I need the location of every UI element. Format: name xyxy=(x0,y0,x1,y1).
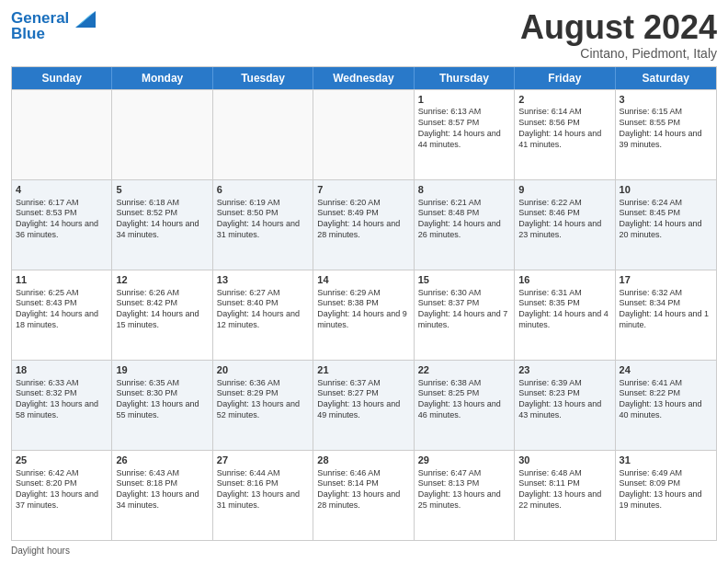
calendar-cell-empty xyxy=(12,90,112,179)
calendar-cell-day-1: 1Sunrise: 6:13 AM Sunset: 8:57 PM Daylig… xyxy=(415,90,515,179)
day-number: 26 xyxy=(116,454,208,467)
day-number: 18 xyxy=(16,363,108,377)
calendar-cell-day-14: 14Sunrise: 6:29 AM Sunset: 8:38 PM Dayli… xyxy=(313,270,414,360)
footer-text: Daylight hours xyxy=(11,546,70,556)
day-info: Sunrise: 6:20 AM Sunset: 8:49 PM Dayligh… xyxy=(317,198,409,241)
day-number: 12 xyxy=(116,273,208,287)
day-number: 7 xyxy=(317,183,409,197)
day-info: Sunrise: 6:36 AM Sunset: 8:29 PM Dayligh… xyxy=(217,378,309,421)
calendar-cell-empty xyxy=(213,90,313,179)
calendar-cell-day-3: 3Sunrise: 6:15 AM Sunset: 8:55 PM Daylig… xyxy=(616,90,716,179)
calendar-header-friday: Friday xyxy=(515,67,615,89)
calendar-header-saturday: Saturday xyxy=(616,67,716,89)
calendar-cell-day-21: 21Sunrise: 6:37 AM Sunset: 8:27 PM Dayli… xyxy=(313,361,414,450)
calendar-week-5: 25Sunrise: 6:42 AM Sunset: 8:20 PM Dayli… xyxy=(12,450,716,540)
calendar-cell-day-31: 31Sunrise: 6:49 AM Sunset: 8:09 PM Dayli… xyxy=(616,451,716,540)
day-info: Sunrise: 6:37 AM Sunset: 8:27 PM Dayligh… xyxy=(317,378,409,421)
day-number: 20 xyxy=(217,363,309,377)
day-info: Sunrise: 6:25 AM Sunset: 8:43 PM Dayligh… xyxy=(16,288,108,331)
calendar-cell-day-26: 26Sunrise: 6:43 AM Sunset: 8:18 PM Dayli… xyxy=(112,451,212,540)
day-number: 9 xyxy=(518,183,610,197)
calendar-cell-empty xyxy=(112,90,212,179)
day-info: Sunrise: 6:24 AM Sunset: 8:45 PM Dayligh… xyxy=(620,198,712,241)
day-info: Sunrise: 6:22 AM Sunset: 8:46 PM Dayligh… xyxy=(518,198,610,241)
calendar-cell-day-28: 28Sunrise: 6:46 AM Sunset: 8:14 PM Dayli… xyxy=(313,451,414,540)
day-info: Sunrise: 6:44 AM Sunset: 8:16 PM Dayligh… xyxy=(217,468,309,511)
calendar-cell-day-11: 11Sunrise: 6:25 AM Sunset: 8:43 PM Dayli… xyxy=(12,270,112,360)
day-info: Sunrise: 6:35 AM Sunset: 8:30 PM Dayligh… xyxy=(116,378,208,421)
calendar-cell-day-16: 16Sunrise: 6:31 AM Sunset: 8:35 PM Dayli… xyxy=(515,270,615,360)
day-info: Sunrise: 6:27 AM Sunset: 8:40 PM Dayligh… xyxy=(217,288,309,331)
logo-text: General Blue xyxy=(11,9,96,42)
calendar-cell-day-15: 15Sunrise: 6:30 AM Sunset: 8:37 PM Dayli… xyxy=(415,270,515,360)
calendar-cell-day-25: 25Sunrise: 6:42 AM Sunset: 8:20 PM Dayli… xyxy=(12,451,112,540)
day-number: 28 xyxy=(317,454,409,467)
header: General Blue August 2024 Cintano, Piedmo… xyxy=(11,9,717,61)
day-number: 6 xyxy=(217,183,309,197)
day-number: 8 xyxy=(418,183,510,197)
day-number: 21 xyxy=(317,363,409,377)
day-info: Sunrise: 6:42 AM Sunset: 8:20 PM Dayligh… xyxy=(16,468,108,511)
day-number: 4 xyxy=(16,183,108,197)
calendar-header-monday: Monday xyxy=(112,67,212,89)
day-info: Sunrise: 6:18 AM Sunset: 8:52 PM Dayligh… xyxy=(116,198,208,241)
calendar-cell-day-17: 17Sunrise: 6:32 AM Sunset: 8:34 PM Dayli… xyxy=(616,270,716,360)
calendar-cell-day-24: 24Sunrise: 6:41 AM Sunset: 8:22 PM Dayli… xyxy=(616,361,716,450)
day-info: Sunrise: 6:32 AM Sunset: 8:34 PM Dayligh… xyxy=(620,288,712,331)
day-number: 25 xyxy=(16,454,108,467)
calendar-cell-day-19: 19Sunrise: 6:35 AM Sunset: 8:30 PM Dayli… xyxy=(112,361,212,450)
calendar: SundayMondayTuesdayWednesdayThursdayFrid… xyxy=(11,66,717,541)
logo: General Blue xyxy=(11,9,96,42)
day-info: Sunrise: 6:47 AM Sunset: 8:13 PM Dayligh… xyxy=(418,468,510,511)
day-number: 2 xyxy=(518,93,610,107)
page: General Blue August 2024 Cintano, Piedmo… xyxy=(0,0,728,563)
day-number: 15 xyxy=(418,273,510,287)
day-info: Sunrise: 6:39 AM Sunset: 8:23 PM Dayligh… xyxy=(518,378,610,421)
footer: Daylight hours xyxy=(11,546,717,556)
calendar-body: 1Sunrise: 6:13 AM Sunset: 8:57 PM Daylig… xyxy=(12,89,716,540)
day-number: 3 xyxy=(620,93,712,107)
day-number: 22 xyxy=(418,363,510,377)
day-number: 23 xyxy=(518,363,610,377)
day-number: 30 xyxy=(518,454,610,467)
calendar-cell-empty xyxy=(313,90,414,179)
day-info: Sunrise: 6:38 AM Sunset: 8:25 PM Dayligh… xyxy=(418,378,510,421)
calendar-week-1: 1Sunrise: 6:13 AM Sunset: 8:57 PM Daylig… xyxy=(12,89,716,179)
calendar-cell-day-22: 22Sunrise: 6:38 AM Sunset: 8:25 PM Dayli… xyxy=(415,361,515,450)
calendar-cell-day-10: 10Sunrise: 6:24 AM Sunset: 8:45 PM Dayli… xyxy=(616,180,716,270)
day-info: Sunrise: 6:30 AM Sunset: 8:37 PM Dayligh… xyxy=(418,288,510,331)
day-number: 1 xyxy=(418,93,510,107)
location-subtitle: Cintano, Piedmont, Italy xyxy=(520,46,717,61)
month-title: August 2024 xyxy=(520,9,717,46)
calendar-cell-day-27: 27Sunrise: 6:44 AM Sunset: 8:16 PM Dayli… xyxy=(213,451,313,540)
calendar-cell-day-13: 13Sunrise: 6:27 AM Sunset: 8:40 PM Dayli… xyxy=(213,270,313,360)
day-number: 29 xyxy=(418,454,510,467)
day-info: Sunrise: 6:31 AM Sunset: 8:35 PM Dayligh… xyxy=(518,288,610,331)
day-info: Sunrise: 6:48 AM Sunset: 8:11 PM Dayligh… xyxy=(518,468,610,511)
calendar-week-2: 4Sunrise: 6:17 AM Sunset: 8:53 PM Daylig… xyxy=(12,179,716,270)
title-block: August 2024 Cintano, Piedmont, Italy xyxy=(520,9,717,61)
day-info: Sunrise: 6:41 AM Sunset: 8:22 PM Dayligh… xyxy=(620,378,712,421)
calendar-cell-day-2: 2Sunrise: 6:14 AM Sunset: 8:56 PM Daylig… xyxy=(515,90,615,179)
day-number: 27 xyxy=(217,454,309,467)
calendar-header-row: SundayMondayTuesdayWednesdayThursdayFrid… xyxy=(12,67,716,89)
day-info: Sunrise: 6:13 AM Sunset: 8:57 PM Dayligh… xyxy=(418,107,510,150)
day-number: 24 xyxy=(620,363,712,377)
day-info: Sunrise: 6:43 AM Sunset: 8:18 PM Dayligh… xyxy=(116,468,208,511)
calendar-cell-day-30: 30Sunrise: 6:48 AM Sunset: 8:11 PM Dayli… xyxy=(515,451,615,540)
calendar-cell-day-23: 23Sunrise: 6:39 AM Sunset: 8:23 PM Dayli… xyxy=(515,361,615,450)
day-number: 31 xyxy=(620,454,712,467)
day-number: 10 xyxy=(620,183,712,197)
day-info: Sunrise: 6:14 AM Sunset: 8:56 PM Dayligh… xyxy=(518,107,610,150)
calendar-header-thursday: Thursday xyxy=(415,67,515,89)
calendar-header-wednesday: Wednesday xyxy=(313,67,414,89)
day-number: 16 xyxy=(518,273,610,287)
calendar-cell-day-5: 5Sunrise: 6:18 AM Sunset: 8:52 PM Daylig… xyxy=(112,180,212,270)
day-number: 11 xyxy=(16,273,108,287)
calendar-cell-day-18: 18Sunrise: 6:33 AM Sunset: 8:32 PM Dayli… xyxy=(12,361,112,450)
day-info: Sunrise: 6:49 AM Sunset: 8:09 PM Dayligh… xyxy=(620,468,712,511)
calendar-cell-day-6: 6Sunrise: 6:19 AM Sunset: 8:50 PM Daylig… xyxy=(213,180,313,270)
day-info: Sunrise: 6:33 AM Sunset: 8:32 PM Dayligh… xyxy=(16,378,108,421)
calendar-header-tuesday: Tuesday xyxy=(213,67,313,89)
day-number: 14 xyxy=(317,273,409,287)
